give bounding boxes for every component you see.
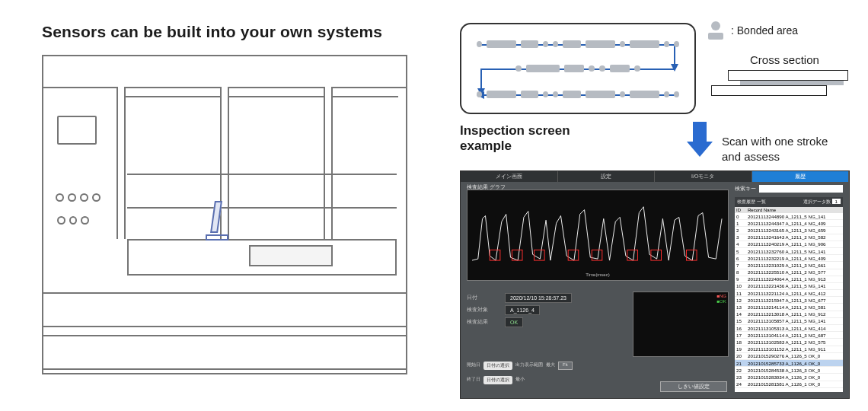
list-row[interactable]: 120121113244347 A_1211_4 NG_409 [735,220,843,227]
target-value: A_1126_4 [505,305,540,315]
screen-tabs: メイン画面設定I/Oモニタ履歴 [461,171,849,182]
tab-1[interactable]: 設定 [558,171,656,182]
legend-label: : Bonded area [731,24,798,37]
date-value: 2020/12/10 15:28:57.23 [505,293,572,303]
result-chart: Time(msec) [467,190,729,281]
bonded-area-icon [708,21,723,40]
inspection-meta: 日付2020/12/10 15:28:57.23 検査対象A_1126_4 検査… [467,292,627,328]
control-knobs-icon [56,193,101,207]
list-row[interactable]: 1920121113101152 A_1211_1 NG_911 [735,346,843,353]
list-row[interactable]: 020121113244890 A_1211_5 NG_141 [735,213,843,220]
machine-illustration [42,55,407,374]
end-date-picker[interactable]: 日付の選択 [483,376,512,384]
threshold-settings-button[interactable]: しきい値設定 [660,381,727,392]
list-row[interactable]: 2020121015290276 A_1126_5 OK_0 [735,353,843,360]
x-axis-label: Time(msec) [468,272,728,277]
list-row[interactable]: 1020121113221436 A_1211_5 NG_141 [735,283,843,290]
list-row[interactable]: 1820121113102583 A_1211_2 NG_575 [735,339,843,346]
list-row[interactable]: 320121113241643 A_1211_2 NG_582 [735,234,843,241]
list-row[interactable]: 920121113224064 A_1211_1 NG_913 [735,276,843,283]
svg-rect-0 [490,250,500,260]
svg-rect-7 [686,250,697,260]
list-row[interactable]: 2420121015281581 A_1126_1 OK_0 [735,381,843,388]
list-row[interactable]: 2220121015284538 A_1126_3 OK_0 [735,367,843,374]
tab-0[interactable]: メイン画面 [461,171,558,182]
list-row[interactable]: 220121113243165 A_1211_3 NG_659 [735,227,843,234]
list-row[interactable]: 820121113225510 A_1211_2 NG_577 [735,269,843,276]
fit-button-2[interactable]: Fit [558,362,573,370]
control-knobs-icon [57,216,89,230]
down-arrow-icon [687,122,713,157]
robot-arm-icon [203,198,231,241]
inspection-screen-label: Inspection screen example [460,123,570,154]
legend-bonded-area: : Bonded area [708,21,853,40]
list-row[interactable]: 620121113232219 A_1211_4 NG_409 [735,255,843,262]
list-row[interactable]: 1420121113213018 A_1211_1 NG_912 [735,311,843,318]
mini-chart: ■NG■OK [633,292,729,357]
list-row[interactable]: 720121113231029 A_1211_3 NG_661 [735,262,843,269]
start-date-picker[interactable]: 日付の選択 [483,362,512,370]
list-row[interactable]: 420121113240219 A_1211_1 NG_906 [735,241,843,248]
list-row[interactable]: 2120121015285733 A_1126_4 OK_0 [735,360,843,367]
history-list[interactable]: 検査履歴 一覧 選択データ数 1 ID Record Name 02012111… [735,197,843,392]
tab-3[interactable]: 履歴 [752,171,850,182]
svg-rect-3 [568,250,579,260]
scan-path-diagram [460,23,696,114]
tab-2[interactable]: I/Oモニタ [655,171,752,182]
inspection-screen: メイン画面設定I/Oモニタ履歴 検査結果 グラフ Time(msec) [460,170,850,399]
cross-section-diagram [711,70,848,99]
result-value: OK [505,317,523,327]
search-input[interactable] [759,185,843,193]
list-row[interactable]: 1320121113214114 A_1211_2 NG_581 [735,304,843,311]
list-row[interactable]: 1220121113215947 A_1211_3 NG_677 [735,297,843,304]
scan-instruction-label: Scan with one stroke and assess [722,134,828,165]
svg-rect-5 [627,250,638,260]
waveform-icon [472,196,723,263]
cross-section-label: Cross section [750,53,819,66]
list-row[interactable]: 520121113232760 A_1211_5 NG_141 [735,248,843,255]
list-row[interactable]: 1120121113221124 A_1211_4 NG_412 [735,290,843,297]
list-row[interactable]: 1620121113105313 A_1211_4 NG_414 [735,325,843,332]
list-row[interactable]: 2320121015283034 A_1126_2 OK_0 [735,374,843,381]
hmi-panel-icon [57,116,97,145]
list-row[interactable]: 1720121113104114 A_1211_3 NG_687 [735,332,843,339]
search-row: 検索キー [735,185,843,193]
list-row[interactable]: 1520121113105857 A_1211_5 NG_141 [735,318,843,325]
page-title: Sensors can be built into your own syste… [42,23,434,41]
